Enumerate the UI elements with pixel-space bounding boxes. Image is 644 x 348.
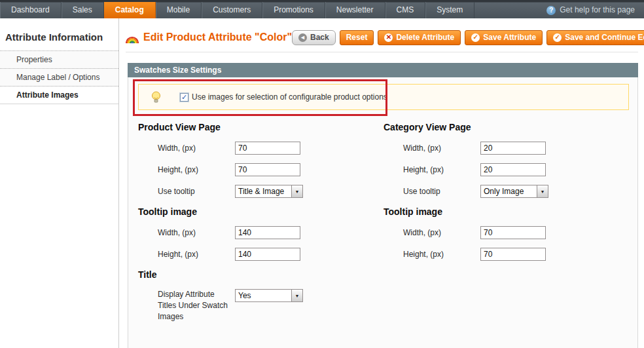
sidebar-title: Attribute Information (0, 18, 118, 50)
nav-item-catalog[interactable]: Catalog (104, 2, 156, 18)
field-row-use-tooltip: Use tooltip Title & Image ▼ (158, 185, 341, 198)
product-use-tooltip-select[interactable]: Title & Image ▼ (235, 185, 303, 198)
tooltip-height-label: Height, (px) (403, 249, 480, 260)
use-images-label: Use images for selection of configurable… (192, 92, 387, 102)
product-tooltip-width-input[interactable] (235, 226, 300, 239)
tooltip-image-title-left: Tooltip image (138, 206, 341, 217)
nav-item-dashboard[interactable]: Dashboard (0, 2, 62, 18)
rainbow-icon (126, 32, 139, 43)
field-row-use-tooltip: Use tooltip Only Image ▼ (403, 185, 586, 198)
tooltip-width-label: Width, (px) (403, 227, 480, 239)
lightbulb-icon (151, 91, 162, 104)
title-section-title: Title (138, 269, 341, 280)
nav-item-mobile[interactable]: Mobile (156, 2, 202, 18)
tooltip-height-label: Height, (px) (158, 249, 235, 260)
category-tooltip-width-input[interactable] (480, 226, 546, 239)
category-tooltip-height-input[interactable] (480, 248, 546, 261)
get-help-label: Get help for this page (560, 2, 635, 18)
save-attribute-button[interactable]: ✓ Save Attribute (465, 30, 543, 45)
display-attribute-titles-label: Display Attribute Titles Under Swatch Im… (158, 289, 235, 322)
category-height-input[interactable] (480, 163, 546, 176)
delete-icon: ✕ (384, 33, 393, 42)
page-title-text: Edit Product Attribute "Color" (143, 31, 292, 43)
height-label: Height, (px) (403, 164, 480, 176)
sidebar-attribute-information: Attribute Information Properties Manage … (0, 18, 119, 348)
field-row-tooltip-width: Width, (px) (158, 226, 341, 239)
product-height-input[interactable] (235, 163, 300, 176)
panel-header-swatches-size-settings: Swatches Size Settings (128, 63, 638, 77)
tooltip-image-title-right: Tooltip image (384, 206, 586, 217)
field-row-width: Width, (px) (158, 142, 341, 155)
page-header: Edit Product Attribute "Color" ◄ Back Re… (126, 28, 638, 47)
display-titles-select[interactable]: Yes ▼ (235, 289, 303, 302)
chevron-down-icon: ▼ (537, 185, 548, 197)
save-and-continue-button[interactable]: ✓ Save and Continue Edit (546, 30, 644, 45)
sidebar-item-properties[interactable]: Properties (0, 51, 118, 69)
nav-item-newsletter[interactable]: Newsletter (325, 2, 385, 18)
get-help-link[interactable]: ? Get help for this page (546, 2, 644, 18)
save-continue-check-icon: ✓ (553, 33, 562, 42)
nav-item-system[interactable]: System (425, 2, 474, 18)
page-title: Edit Product Attribute "Color" (126, 31, 292, 43)
sidebar-item-manage-label-options[interactable]: Manage Label / Options (0, 69, 118, 87)
use-tooltip-label: Use tooltip (403, 186, 480, 197)
delete-attribute-button[interactable]: ✕ Delete Attribute (378, 30, 461, 45)
chevron-down-icon: ▼ (291, 185, 302, 197)
reset-button[interactable]: Reset (340, 30, 374, 45)
header-divider (126, 52, 638, 52)
sidebar-item-attribute-images[interactable]: Attribute Images (0, 87, 118, 104)
top-nav-bar: Dashboard Sales Catalog Mobile Customers… (0, 0, 644, 18)
product-view-column: Product View Page Width, (px) Height, (p… (138, 118, 341, 331)
nav-item-promotions[interactable]: Promotions (262, 2, 325, 18)
category-view-page-title: Category View Page (384, 122, 586, 132)
save-check-icon: ✓ (471, 33, 480, 42)
chevron-down-icon: ▼ (291, 290, 302, 301)
tooltip-width-label: Width, (px) (158, 227, 235, 239)
back-arrow-icon: ◄ (298, 33, 307, 42)
category-width-input[interactable] (480, 142, 546, 155)
height-label: Height, (px) (158, 164, 235, 176)
field-row-tooltip-height: Height, (px) (158, 248, 341, 261)
product-tooltip-height-input[interactable] (235, 248, 300, 261)
product-view-page-title: Product View Page (138, 122, 341, 132)
nav-item-sales[interactable]: Sales (62, 2, 104, 18)
use-tooltip-label: Use tooltip (158, 186, 235, 197)
field-row-tooltip-height: Height, (px) (403, 248, 586, 261)
field-row-height: Height, (px) (403, 163, 586, 176)
back-button[interactable]: ◄ Back (292, 30, 336, 45)
width-label: Width, (px) (158, 143, 235, 154)
nav-item-customers[interactable]: Customers (202, 2, 262, 18)
notice-box: ✓ Use images for selection of configurab… (138, 84, 629, 110)
category-use-tooltip-select[interactable]: Only Image ▼ (480, 185, 548, 198)
nav-item-cms[interactable]: CMS (385, 2, 426, 18)
category-view-column: Category View Page Width, (px) Height, (… (384, 118, 586, 269)
use-images-checkbox[interactable]: ✓ (180, 93, 188, 102)
swatches-settings-panel: ✓ Use images for selection of configurab… (128, 77, 638, 348)
product-width-input[interactable] (235, 142, 300, 155)
header-buttons: ◄ Back Reset ✕ Delete Attribute ✓ Save A… (292, 30, 644, 45)
field-row-display-titles: Display Attribute Titles Under Swatch Im… (158, 289, 341, 322)
question-circle-icon: ? (546, 6, 556, 15)
field-row-width: Width, (px) (403, 142, 586, 155)
width-label: Width, (px) (403, 143, 480, 154)
field-row-tooltip-width: Width, (px) (403, 226, 586, 239)
field-row-height: Height, (px) (158, 163, 341, 176)
